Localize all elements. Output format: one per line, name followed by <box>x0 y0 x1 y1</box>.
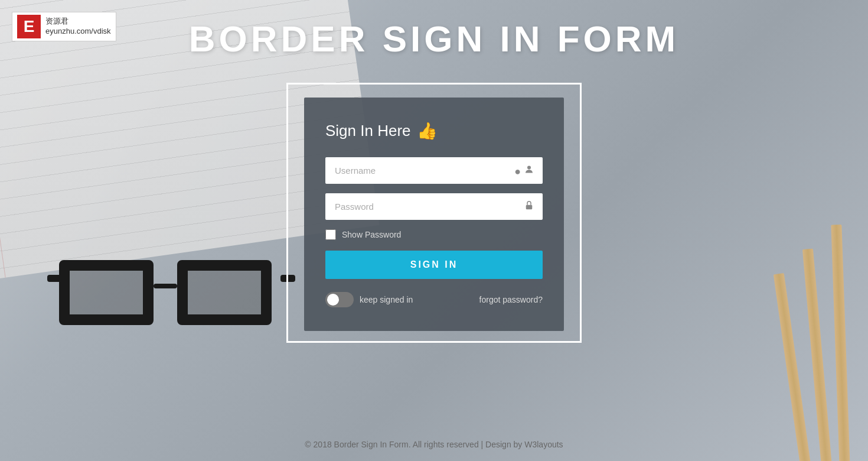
card-title: Sign In Here 👍 <box>325 121 543 141</box>
sign-in-button[interactable]: SIGN IN <box>325 251 543 279</box>
svg-point-0 <box>527 165 531 169</box>
thumb-icon: 👍 <box>417 121 438 141</box>
show-password-label[interactable]: Show Password <box>342 230 401 239</box>
pencils-decoration <box>720 177 868 461</box>
lock-icon <box>524 200 534 213</box>
forgot-password-link[interactable]: forgot password? <box>479 295 543 304</box>
keep-signed-toggle[interactable] <box>325 292 354 307</box>
toggle-knob <box>327 294 339 306</box>
toggle-track <box>325 292 354 307</box>
user-icon: ● <box>514 164 534 177</box>
show-password-row: Show Password <box>325 229 543 240</box>
glasses-decoration <box>47 248 295 366</box>
show-password-checkbox[interactable] <box>325 229 336 240</box>
password-group <box>325 193 543 220</box>
keep-signed-row: keep signed in <box>325 292 413 307</box>
username-group: ● <box>325 157 543 184</box>
username-input[interactable] <box>325 157 543 184</box>
svg-rect-1 <box>526 204 533 209</box>
bottom-row: keep signed in forgot password? <box>325 292 543 307</box>
sign-in-card: Sign In Here 👍 ● Show Password SIGN IN <box>304 98 564 331</box>
footer: © 2018 Border Sign In Form. All rights r… <box>0 440 868 449</box>
keep-signed-label: keep signed in <box>360 295 413 304</box>
password-input[interactable] <box>325 193 543 220</box>
page-title: BORDER SIGN IN FORM <box>0 18 868 60</box>
